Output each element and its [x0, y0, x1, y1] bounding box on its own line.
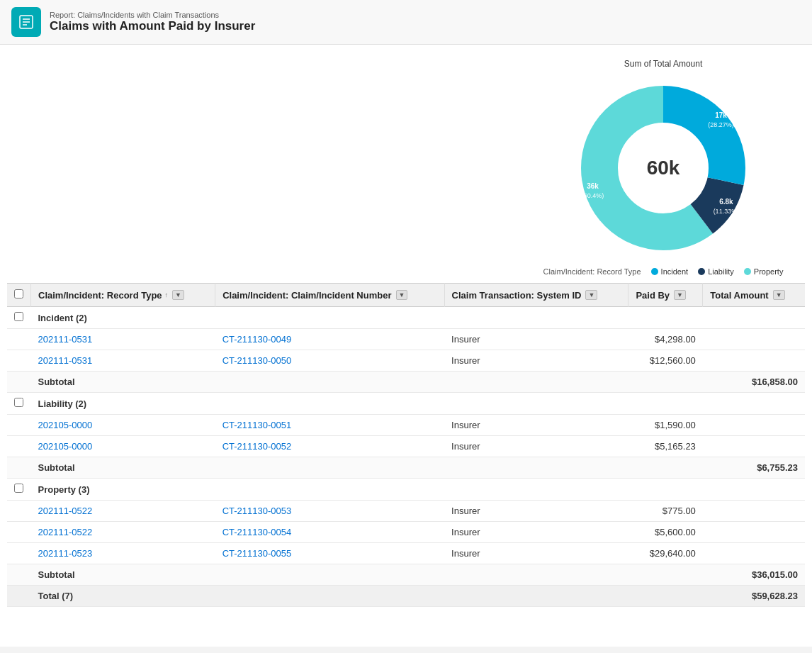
group-header-row: Liability (2) [7, 393, 805, 415]
property-percent: (60.4%) [582, 192, 604, 199]
row-claim-number: 202105-0000 [31, 436, 215, 457]
subtotal-label: Subtotal [31, 564, 215, 586]
claim-number-link[interactable]: 202105-0000 [38, 441, 93, 452]
group-header-row: Incident (2) [7, 307, 805, 329]
group-header-row: Property (3) [7, 479, 805, 501]
report-icon [11, 7, 41, 37]
subtotal-system-cell [444, 457, 628, 479]
subtotal-row: Subtotal $16,858.00 [7, 372, 805, 393]
filter-paid-by-button[interactable]: ▼ [674, 290, 686, 300]
row-claim-number: 202111-0522 [31, 501, 215, 522]
subtotal-checkbox-cell [7, 372, 31, 393]
system-id-link[interactable]: CT-211130-0053 [222, 506, 292, 516]
claim-number-link[interactable]: 202111-0522 [38, 506, 93, 516]
select-all-checkbox[interactable] [14, 289, 23, 298]
system-id-link[interactable]: CT-211130-0051 [222, 420, 292, 430]
row-checkbox-cell [7, 436, 31, 457]
legend-dot-property [744, 268, 751, 275]
table-row: 202105-0000 CT-211130-0052 Insurer $5,16… [7, 436, 805, 457]
group-checkbox-1[interactable] [14, 398, 23, 407]
chart-container: Sum of Total Amount [543, 59, 784, 276]
group-system-cell [444, 479, 628, 501]
subtotal-paidby-cell [628, 372, 703, 393]
row-paid-by: Insurer [444, 436, 628, 457]
total-label: Total (7) [31, 586, 215, 607]
incident-label: 17k [715, 111, 727, 119]
system-id-link[interactable]: CT-211130-0055 [222, 548, 292, 559]
row-amount: $5,600.00 [628, 522, 703, 543]
system-id-link[interactable]: CT-211130-0052 [222, 441, 292, 452]
group-label-cell: Property (3) [31, 479, 215, 501]
table-row: 202111-0531 CT-211130-0050 Insurer $12,5… [7, 350, 805, 372]
subtotal-amount: $6,755.23 [703, 457, 805, 479]
row-amount: $775.00 [628, 501, 703, 522]
system-id-link[interactable]: CT-211130-0054 [222, 527, 292, 537]
row-checkbox-cell [7, 543, 31, 564]
subtotal-amount: $16,858.00 [703, 372, 805, 393]
system-id-link[interactable]: CT-211130-0049 [222, 334, 292, 345]
row-claim-number: 202105-0000 [31, 415, 215, 436]
group-amount-cell [703, 393, 805, 415]
report-svg-icon [18, 13, 35, 30]
row-system-id: CT-211130-0051 [215, 415, 444, 436]
th-total-amount: Total Amount ▼ [703, 284, 805, 307]
group-label-cell: Incident (2) [31, 307, 215, 329]
group-amount-cell [703, 479, 805, 501]
group-paidby-cell [628, 479, 703, 501]
legend-label-property: Property [754, 267, 784, 276]
subtotal-system-cell [444, 564, 628, 586]
row-amount: $1,590.00 [628, 415, 703, 436]
claim-number-link[interactable]: 202111-0522 [38, 527, 93, 537]
filter-claim-number-button[interactable]: ▼ [396, 290, 408, 300]
table-row: 202111-0522 CT-211130-0053 Insurer $775.… [7, 501, 805, 522]
claim-number-link[interactable]: 202105-0000 [38, 420, 93, 430]
row-checkbox-cell [7, 522, 31, 543]
group-checkbox-0[interactable] [14, 312, 23, 321]
liability-percent: (11.33%) [714, 208, 740, 215]
claim-number-link[interactable]: 202111-0531 [38, 334, 93, 345]
row-claim-number: 202111-0531 [31, 329, 215, 350]
legend-item-incident: Incident [651, 267, 689, 276]
filter-record-type-button[interactable]: ▼ [172, 290, 184, 300]
group-checkbox-2[interactable] [14, 484, 23, 493]
chart-legend: Claim/Incident: Record Type Incident Lia… [543, 267, 784, 276]
subtotal-checkbox-cell [7, 457, 31, 479]
table-body: Incident (2) 202111-0531 CT-211130-0049 … [7, 307, 805, 607]
th-claim-number: Claim/Incident: Claim/Incident Number ▼ [215, 284, 444, 307]
table-row: 202111-0523 CT-211130-0055 Insurer $29,6… [7, 543, 805, 564]
row-amount: $12,560.00 [628, 350, 703, 372]
row-system-id: CT-211130-0055 [215, 543, 444, 564]
th-record-type: Claim/Incident: Record Type ↑ ▼ [31, 284, 215, 307]
group-amount-cell [703, 307, 805, 329]
th-total-amount-label: Total Amount [710, 290, 768, 301]
legend-item-property: Property [744, 267, 784, 276]
subtotal-paidby-cell [628, 457, 703, 479]
group-system-cell [444, 307, 628, 329]
row-system-id: CT-211130-0053 [215, 501, 444, 522]
filter-total-amount-button[interactable]: ▼ [773, 290, 785, 300]
property-label: 36k [587, 182, 599, 190]
row-checkbox-cell [7, 501, 31, 522]
row-amount: $4,298.00 [628, 329, 703, 350]
claim-number-link[interactable]: 202111-0531 [38, 355, 93, 366]
th-paid-by-label: Paid By [636, 290, 670, 301]
row-claim-number: 202111-0523 [31, 543, 215, 564]
header-text-block: Report: Claims/Incidents with Claim Tran… [50, 11, 255, 33]
donut-chart: 17k(28.27%)6.8k(11.33%)36k(60.4%) 60k [571, 76, 755, 260]
claim-number-link[interactable]: 202111-0523 [38, 548, 93, 559]
system-id-link[interactable]: CT-211130-0050 [222, 355, 292, 366]
group-label-cell: Liability (2) [31, 393, 215, 415]
total-system-cell [444, 586, 628, 607]
table-row: 202105-0000 CT-211130-0051 Insurer $1,59… [7, 415, 805, 436]
subtotal-label: Subtotal [31, 372, 215, 393]
group-checkbox-cell [7, 307, 31, 329]
subtotal-paidby-cell [628, 564, 703, 586]
filter-system-id-button[interactable]: ▼ [585, 290, 597, 300]
group-paidby-cell [628, 393, 703, 415]
row-paid-by: Insurer [444, 415, 628, 436]
group-claim-cell [215, 479, 444, 501]
group-checkbox-cell [7, 393, 31, 415]
th-checkbox [7, 284, 31, 307]
report-subtitle: Report: Claims/Incidents with Claim Tran… [50, 11, 255, 19]
report-title: Claims with Amount Paid by Insurer [50, 19, 255, 33]
